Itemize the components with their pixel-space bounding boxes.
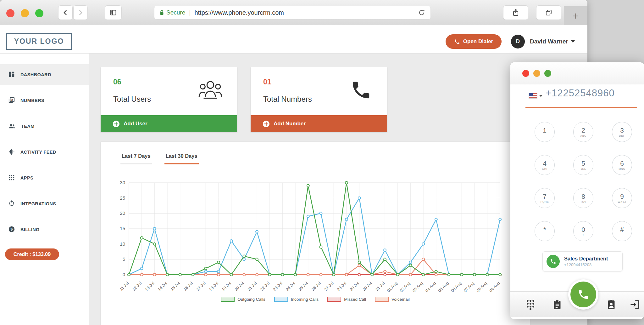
key-digit: 5 xyxy=(581,160,585,167)
svg-text:31 Jul: 31 Jul xyxy=(375,281,386,292)
add-user-button[interactable]: Add User xyxy=(101,115,237,132)
total-users-label: Total Users xyxy=(113,95,151,104)
back-button[interactable] xyxy=(58,5,73,20)
sidebar-item-team[interactable]: TEAM xyxy=(0,116,89,137)
legend-incoming-calls: Incoming Calls xyxy=(274,297,319,302)
svg-text:$: $ xyxy=(11,227,13,231)
secure-badge: Secure xyxy=(166,9,185,16)
key-8[interactable]: 8TUV xyxy=(573,188,593,208)
country-flag-us-icon[interactable] xyxy=(529,93,537,99)
sidebar-item-activity-feed[interactable]: ACTIVITY FEED xyxy=(0,142,89,162)
svg-text:20 Jul: 20 Jul xyxy=(234,281,245,292)
forward-button[interactable] xyxy=(73,5,88,20)
key-star[interactable]: * xyxy=(535,221,555,241)
share-button[interactable] xyxy=(503,5,528,20)
user-avatar[interactable]: D xyxy=(511,35,525,48)
plus-circle-icon xyxy=(263,120,270,128)
dialer-minimize-button[interactable] xyxy=(533,70,540,77)
sidebar-item-apps[interactable]: APPS xyxy=(0,168,89,188)
dialer-keypad: 12ABC3DEF4GHI5JKL6MNO7PQRS8TUV9WXYZ*0+# xyxy=(535,122,632,241)
key-6[interactable]: 6MNO xyxy=(612,155,632,175)
key-digit: 3 xyxy=(620,127,624,134)
svg-text:15: 15 xyxy=(120,226,125,231)
key-digit: 2 xyxy=(581,127,585,134)
tab-last-7-days[interactable]: Last 7 Days xyxy=(120,153,152,164)
dialer-zoom-button[interactable] xyxy=(544,70,551,77)
traffic-zoom-button[interactable] xyxy=(35,9,43,17)
chart-legend: Outgoing CallsIncoming CallsMissed CallV… xyxy=(101,297,530,302)
call-notes-icon[interactable] xyxy=(552,299,562,311)
sidebar-item-billing[interactable]: $BILLING xyxy=(0,219,89,240)
browser-window: Secure | https://www.phone.yourcrm.com +… xyxy=(0,0,587,325)
open-dialer-button[interactable]: Open Dialer xyxy=(446,34,502,49)
url-divider: | xyxy=(189,9,191,16)
new-tab-button[interactable]: + xyxy=(564,6,587,25)
activity-feed-icon xyxy=(8,148,15,156)
sidebar-item-integrations[interactable]: INTEGRATIONS xyxy=(0,193,89,214)
key-letters: ABC xyxy=(580,134,586,137)
legend-swatch xyxy=(274,297,288,302)
total-numbers-card: 01 Total Numbers Add Number xyxy=(251,67,387,132)
show-tabs-button[interactable] xyxy=(536,5,561,20)
key-digit: 4 xyxy=(543,160,547,167)
key-9[interactable]: 9WXYZ xyxy=(612,188,632,208)
sidebar-item-numbers[interactable]: 2NUMBERS xyxy=(0,90,89,111)
suggested-contact[interactable]: Sales Department +12094415208 xyxy=(542,251,623,271)
sidebar-item-dashboard[interactable]: DASHBOARD xyxy=(0,64,89,85)
key-digit: 0 xyxy=(581,226,585,233)
key-0[interactable]: 0+ xyxy=(573,221,593,241)
svg-text:25 Jul: 25 Jul xyxy=(298,281,309,292)
key-digit: 9 xyxy=(620,193,624,200)
key-3[interactable]: 3DEF xyxy=(612,122,632,142)
total-users-card: 06 Total Users Add User xyxy=(101,67,237,132)
sidebar-item-label: NUMBERS xyxy=(20,98,44,103)
key-digit: * xyxy=(543,226,546,233)
svg-text:26 Jul: 26 Jul xyxy=(310,281,321,292)
dialpad-icon[interactable] xyxy=(525,299,536,311)
call-button[interactable] xyxy=(568,279,598,310)
sidebar-nav: Credit : $133.09 DASHBOARD2NUMBERSTEAMAC… xyxy=(0,54,89,325)
numbers-icon: 2 xyxy=(8,97,15,105)
svg-text:20: 20 xyxy=(120,210,125,216)
app-header: YOUR LOGO Open Dialer D David Warner xyxy=(0,25,587,54)
dialer-close-button[interactable] xyxy=(522,70,529,77)
sidebar-item-label: ACTIVITY FEED xyxy=(20,150,56,155)
key-hash[interactable]: # xyxy=(612,221,632,241)
sidebar-toggle-button[interactable] xyxy=(105,5,122,20)
user-menu[interactable]: David Warner xyxy=(530,38,575,45)
key-2[interactable]: 2ABC xyxy=(573,122,593,142)
svg-text:08 Aug: 08 Aug xyxy=(475,281,488,292)
key-5[interactable]: 5JKL xyxy=(573,155,593,175)
traffic-minimize-button[interactable] xyxy=(21,9,29,17)
address-bar[interactable]: Secure | https://www.phone.yourcrm.com xyxy=(154,6,431,20)
svg-text:05 Aug: 05 Aug xyxy=(437,281,449,292)
sidebar-item-label: APPS xyxy=(20,175,33,180)
browser-chrome: Secure | https://www.phone.yourcrm.com + xyxy=(0,0,587,25)
key-letters: TUV xyxy=(580,200,586,203)
sidebar-panel-icon xyxy=(109,9,117,16)
key-7[interactable]: 7PQRS xyxy=(535,188,555,208)
sidebar-item-label: DASHBOARD xyxy=(20,72,51,77)
key-1[interactable]: 1 xyxy=(535,122,555,142)
svg-text:15 Jul: 15 Jul xyxy=(170,281,181,292)
tab-last-30-days[interactable]: Last 30 Days xyxy=(164,153,199,164)
reload-icon[interactable] xyxy=(418,9,425,16)
legend-label: Outgoing Calls xyxy=(237,297,265,302)
svg-text:18 Jul: 18 Jul xyxy=(208,281,219,292)
svg-text:10: 10 xyxy=(120,241,125,247)
users-group-icon xyxy=(197,79,224,101)
lock-icon xyxy=(159,10,164,15)
legend-label: Missed Call xyxy=(344,297,366,302)
add-number-button[interactable]: Add Number xyxy=(251,115,387,132)
number-underline xyxy=(525,107,637,108)
traffic-close-button[interactable] xyxy=(6,9,14,17)
key-digit: # xyxy=(620,226,624,233)
dialed-number-input[interactable] xyxy=(546,88,634,99)
contacts-icon[interactable] xyxy=(606,299,616,311)
key-4[interactable]: 4GHI xyxy=(535,155,555,175)
country-caret-icon[interactable] xyxy=(539,95,542,97)
svg-text:29 Jul: 29 Jul xyxy=(349,281,360,292)
exit-icon[interactable] xyxy=(630,299,640,311)
key-letters: MNO xyxy=(619,167,625,170)
legend-swatch xyxy=(221,297,235,302)
